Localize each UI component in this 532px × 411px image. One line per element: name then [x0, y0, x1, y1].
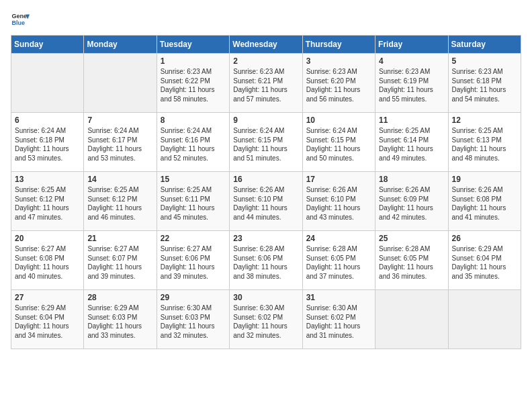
sunset-label: Sunset: 6:13 PM — [452, 136, 502, 144]
calendar-cell: 10Sunrise: 6:24 AMSunset: 6:15 PMDayligh… — [302, 113, 375, 172]
sunrise-label: Sunrise: 6:24 AM — [87, 127, 138, 134]
sunrise-label: Sunrise: 6:27 AM — [87, 245, 138, 253]
day-number: 29 — [161, 293, 226, 302]
daylight-label: Daylight: 11 hours and 35 minutes. — [452, 263, 506, 280]
sunrise-label: Sunrise: 6:23 AM — [379, 68, 430, 75]
day-number: 1 — [161, 56, 226, 66]
cell-info: Sunrise: 6:23 AMSunset: 6:20 PMDaylight:… — [306, 67, 371, 103]
sunrise-label: Sunrise: 6:27 AM — [161, 245, 212, 253]
cell-info: Sunrise: 6:24 AMSunset: 6:16 PMDaylight:… — [161, 126, 226, 163]
cell-info: Sunrise: 6:30 AMSunset: 6:02 PMDaylight:… — [306, 304, 371, 340]
calendar-cell: 28Sunrise: 6:29 AMSunset: 6:03 PMDayligh… — [84, 290, 157, 349]
sunrise-label: Sunrise: 6:23 AM — [161, 68, 212, 75]
cell-info: Sunrise: 6:23 AMSunset: 6:18 PMDaylight:… — [452, 67, 517, 103]
daylight-label: Daylight: 11 hours and 46 minutes. — [87, 204, 142, 221]
daylight-label: Daylight: 11 hours and 39 minutes. — [87, 263, 142, 280]
day-number: 19 — [452, 175, 517, 184]
sunrise-label: Sunrise: 6:24 AM — [161, 127, 212, 134]
cell-info: Sunrise: 6:25 AMSunset: 6:12 PMDaylight:… — [15, 185, 80, 222]
calendar-cell: 12Sunrise: 6:25 AMSunset: 6:13 PMDayligh… — [448, 113, 521, 172]
sunset-label: Sunset: 6:21 PM — [233, 77, 283, 85]
calendar-cell: 6Sunrise: 6:24 AMSunset: 6:18 PMDaylight… — [11, 113, 84, 172]
day-number: 3 — [306, 56, 371, 66]
day-number: 24 — [306, 234, 371, 243]
day-number: 14 — [87, 175, 152, 184]
sunset-label: Sunset: 6:05 PM — [306, 255, 356, 262]
sunset-label: Sunset: 6:15 PM — [233, 136, 283, 144]
calendar-cell: 17Sunrise: 6:26 AMSunset: 6:10 PMDayligh… — [302, 172, 375, 231]
sunset-label: Sunset: 6:18 PM — [15, 136, 64, 144]
daylight-label: Daylight: 11 hours and 34 minutes. — [15, 322, 69, 339]
cell-info: Sunrise: 6:25 AMSunset: 6:14 PMDaylight:… — [379, 126, 444, 163]
sunset-label: Sunset: 6:20 PM — [306, 77, 356, 85]
sunrise-label: Sunrise: 6:28 AM — [379, 245, 430, 253]
day-number: 30 — [233, 293, 298, 302]
calendar-cell: 4Sunrise: 6:23 AMSunset: 6:19 PMDaylight… — [375, 54, 448, 113]
calendar-cell: 22Sunrise: 6:27 AMSunset: 6:06 PMDayligh… — [157, 231, 229, 290]
daylight-label: Daylight: 11 hours and 53 minutes. — [15, 145, 69, 162]
calendar-cell: 15Sunrise: 6:25 AMSunset: 6:11 PMDayligh… — [157, 172, 229, 231]
sunrise-label: Sunrise: 6:26 AM — [306, 186, 357, 193]
calendar-cell — [448, 290, 521, 349]
day-header-tuesday: Tuesday — [157, 36, 229, 54]
cell-info: Sunrise: 6:29 AMSunset: 6:04 PMDaylight:… — [452, 244, 517, 281]
day-number: 9 — [233, 116, 298, 125]
cell-info: Sunrise: 6:28 AMSunset: 6:05 PMDaylight:… — [306, 244, 371, 281]
day-header-wednesday: Wednesday — [230, 36, 302, 54]
day-number: 16 — [233, 175, 298, 184]
calendar-cell — [11, 54, 84, 113]
sunrise-label: Sunrise: 6:24 AM — [15, 127, 66, 134]
calendar-cell: 13Sunrise: 6:25 AMSunset: 6:12 PMDayligh… — [11, 172, 84, 231]
day-number: 25 — [379, 234, 444, 243]
sunset-label: Sunset: 6:02 PM — [306, 314, 356, 321]
day-number: 18 — [379, 175, 444, 184]
cell-info: Sunrise: 6:26 AMSunset: 6:10 PMDaylight:… — [306, 185, 371, 222]
sunset-label: Sunset: 6:16 PM — [161, 136, 210, 144]
cell-info: Sunrise: 6:28 AMSunset: 6:05 PMDaylight:… — [379, 244, 444, 281]
daylight-label: Daylight: 11 hours and 42 minutes. — [379, 204, 433, 221]
calendar-cell: 24Sunrise: 6:28 AMSunset: 6:05 PMDayligh… — [302, 231, 375, 290]
daylight-label: Daylight: 11 hours and 32 minutes. — [161, 322, 215, 339]
day-header-saturday: Saturday — [448, 36, 521, 54]
calendar-cell: 7Sunrise: 6:24 AMSunset: 6:17 PMDaylight… — [84, 113, 157, 172]
sunset-label: Sunset: 6:02 PM — [233, 314, 283, 321]
day-number: 13 — [15, 175, 80, 184]
daylight-label: Daylight: 11 hours and 50 minutes. — [306, 145, 361, 162]
sunrise-label: Sunrise: 6:26 AM — [233, 186, 284, 193]
day-number: 2 — [233, 56, 298, 66]
calendar-cell: 29Sunrise: 6:30 AMSunset: 6:03 PMDayligh… — [157, 290, 229, 349]
cell-info: Sunrise: 6:27 AMSunset: 6:08 PMDaylight:… — [15, 244, 80, 281]
calendar-cell: 31Sunrise: 6:30 AMSunset: 6:02 PMDayligh… — [302, 290, 375, 349]
sunrise-label: Sunrise: 6:25 AM — [379, 127, 430, 134]
day-header-friday: Friday — [375, 36, 448, 54]
sunrise-label: Sunrise: 6:24 AM — [306, 127, 357, 134]
calendar-cell — [84, 54, 157, 113]
calendar-cell: 11Sunrise: 6:25 AMSunset: 6:14 PMDayligh… — [375, 113, 448, 172]
calendar-cell: 19Sunrise: 6:26 AMSunset: 6:08 PMDayligh… — [448, 172, 521, 231]
sunset-label: Sunset: 6:14 PM — [379, 136, 429, 144]
cell-info: Sunrise: 6:24 AMSunset: 6:18 PMDaylight:… — [15, 126, 80, 163]
cell-info: Sunrise: 6:24 AMSunset: 6:17 PMDaylight:… — [87, 126, 152, 163]
cell-info: Sunrise: 6:27 AMSunset: 6:06 PMDaylight:… — [161, 244, 226, 281]
cell-info: Sunrise: 6:25 AMSunset: 6:13 PMDaylight:… — [452, 126, 517, 163]
daylight-label: Daylight: 11 hours and 49 minutes. — [379, 145, 433, 162]
daylight-label: Daylight: 11 hours and 54 minutes. — [452, 86, 506, 103]
daylight-label: Daylight: 11 hours and 40 minutes. — [15, 263, 69, 280]
day-header-sunday: Sunday — [11, 36, 84, 54]
sunset-label: Sunset: 6:05 PM — [379, 255, 429, 262]
svg-text:Blue: Blue — [11, 19, 25, 26]
daylight-label: Daylight: 11 hours and 57 minutes. — [233, 86, 287, 103]
calendar-cell: 30Sunrise: 6:30 AMSunset: 6:02 PMDayligh… — [230, 290, 302, 349]
day-number: 17 — [306, 175, 371, 184]
day-header-thursday: Thursday — [302, 36, 375, 54]
daylight-label: Daylight: 11 hours and 37 minutes. — [306, 263, 361, 280]
day-number: 23 — [233, 234, 298, 243]
sunset-label: Sunset: 6:07 PM — [87, 255, 137, 262]
day-number: 12 — [452, 116, 517, 125]
calendar-cell: 21Sunrise: 6:27 AMSunset: 6:07 PMDayligh… — [84, 231, 157, 290]
cell-info: Sunrise: 6:30 AMSunset: 6:03 PMDaylight:… — [161, 304, 226, 340]
sunset-label: Sunset: 6:09 PM — [379, 195, 429, 203]
sunrise-label: Sunrise: 6:23 AM — [306, 68, 357, 75]
sunrise-label: Sunrise: 6:25 AM — [161, 186, 212, 193]
cell-info: Sunrise: 6:23 AMSunset: 6:21 PMDaylight:… — [233, 67, 298, 103]
